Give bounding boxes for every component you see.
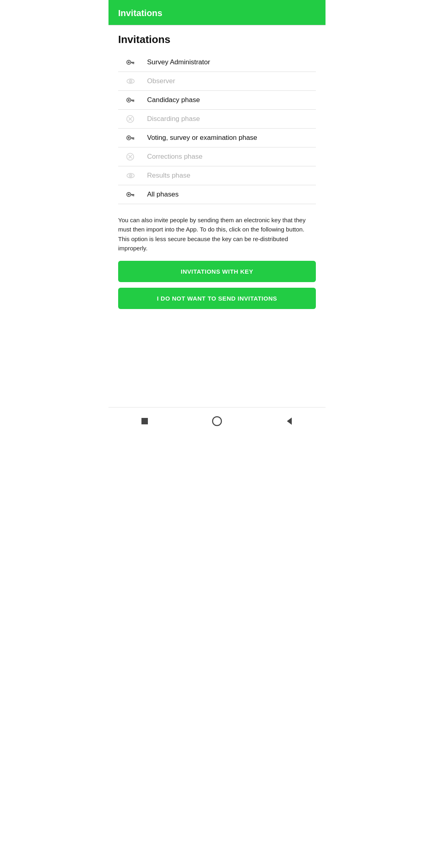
list-item-label: Discarding phase [147,115,200,123]
svg-point-4 [128,61,130,63]
eye-icon [126,172,135,179]
svg-rect-18 [133,138,134,139]
svg-rect-32 [141,418,148,424]
list-item[interactable]: Candidacy phase [118,91,316,110]
svg-point-20 [128,137,130,139]
key-icon [126,135,135,141]
svg-point-31 [128,194,130,196]
list-item-label: Survey Administrator [147,58,210,66]
list-item-label: Candidacy phase [147,96,200,104]
svg-rect-1 [131,62,134,63]
list-item-label: Observer [147,77,175,85]
key-icon-container [126,97,142,103]
list-item[interactable]: Survey Administrator [118,53,316,72]
xcircle-icon-container [126,153,142,161]
eye-icon [126,78,135,84]
svg-rect-19 [132,138,133,139]
nav-square-button[interactable] [137,413,153,429]
content-area: Invitations Survey Administrator [108,25,326,407]
app-bar: Invitations [108,0,326,25]
nav-back-button[interactable] [281,413,297,429]
key-icon-container [126,59,142,66]
list-item-label: Voting, survey or examination phase [147,134,257,142]
svg-rect-2 [133,63,134,64]
key-icon-container [126,191,142,198]
key-icon [126,59,135,66]
list-item[interactable]: Observer [118,72,316,91]
svg-point-26 [130,175,131,176]
key-icon-container [126,135,142,141]
svg-rect-3 [132,63,133,63]
svg-point-7 [130,81,131,82]
svg-rect-28 [131,194,134,195]
do-not-want-button[interactable]: I DO NOT WANT TO SEND INVITATIONS [118,288,316,309]
key-icon [126,191,135,198]
xcircle-icon-container [126,115,142,123]
eye-icon-container [126,78,142,84]
square-icon [140,417,149,426]
svg-rect-11 [132,100,133,101]
list-item[interactable]: All phases [118,185,316,204]
list-item-label: Corrections phase [147,153,203,161]
nav-bar [108,407,326,434]
svg-rect-10 [133,100,134,102]
svg-point-33 [213,417,221,426]
svg-rect-30 [132,195,133,196]
list-item-label: Results phase [147,172,190,180]
svg-rect-29 [133,195,134,196]
list-item[interactable]: Voting, survey or examination phase [118,129,316,147]
svg-point-12 [128,99,130,101]
invitations-with-key-button[interactable]: INVITATIONS WITH KEY [118,261,316,282]
list-item[interactable]: Discarding phase [118,110,316,129]
page-title: Invitations [118,33,316,46]
svg-marker-34 [287,418,292,425]
key-icon [126,97,135,103]
invitations-list: Survey Administrator Observer [118,53,316,204]
list-item[interactable]: Results phase [118,166,316,185]
back-icon [285,417,293,426]
circle-icon [212,416,222,426]
list-item[interactable]: Corrections phase [118,147,316,166]
description-text: You can also invite people by sending th… [118,215,316,253]
svg-rect-9 [131,100,134,100]
svg-rect-17 [131,137,134,138]
list-item-label: All phases [147,190,178,199]
nav-home-button[interactable] [209,413,225,429]
eye-icon-container [126,172,142,179]
x-circle-icon [126,115,134,123]
app-bar-title: Invitations [118,8,162,18]
x-circle-icon [126,153,134,161]
